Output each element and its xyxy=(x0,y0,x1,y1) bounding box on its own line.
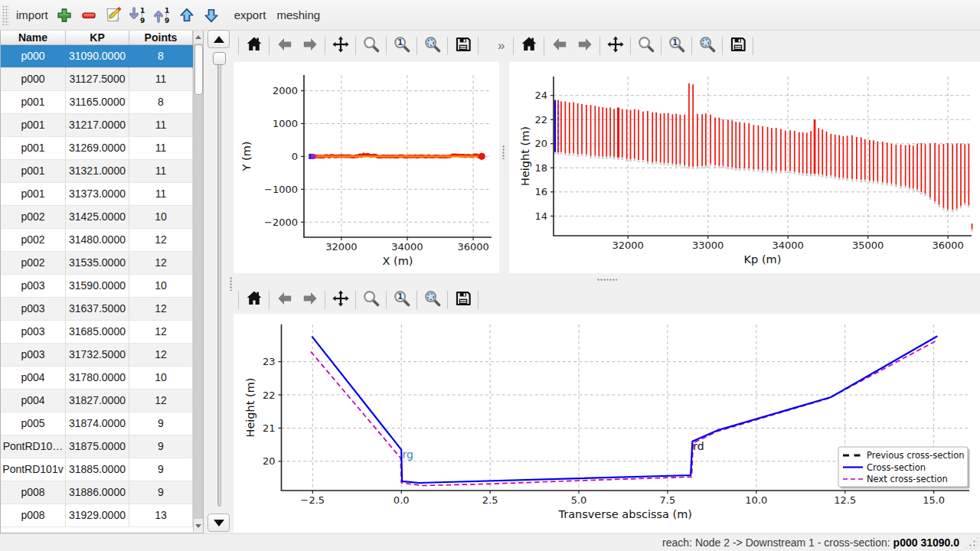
profile-home-button[interactable] xyxy=(516,34,541,58)
plan-pan-button[interactable] xyxy=(328,34,353,58)
table-cell[interactable]: 31827.0000 xyxy=(66,390,129,412)
cross-section-plot-canvas[interactable]: rgrd−2.50.02.55.07.510.012.515.020212223… xyxy=(234,314,980,533)
table-cell[interactable]: 31480.0000 xyxy=(66,229,129,252)
cs-pan-button[interactable] xyxy=(328,288,353,312)
cs-home-button[interactable] xyxy=(241,288,266,312)
table-cell[interactable]: 12 xyxy=(129,229,193,252)
table-scrollbar[interactable] xyxy=(193,31,203,532)
table-cell[interactable]: 31165.0000 xyxy=(66,91,129,114)
table-row[interactable]: p00331637.500012 xyxy=(1,298,203,321)
table-row[interactable]: p00431827.000012 xyxy=(1,390,203,412)
table-cell[interactable]: 11 xyxy=(129,114,193,137)
table-cell[interactable]: 31425.0000 xyxy=(66,206,129,229)
profile-zoom-one-button[interactable]: 1 xyxy=(664,34,689,58)
table-cell[interactable]: 9 xyxy=(129,435,193,458)
table-cell[interactable]: 11 xyxy=(129,160,193,183)
table-row[interactable]: p00131165.00008 xyxy=(1,91,203,114)
cs-back-button[interactable] xyxy=(272,288,297,312)
cs-zoom-rect-button[interactable] xyxy=(420,288,445,312)
table-row[interactable]: p00331732.500012 xyxy=(1,344,203,367)
section-slider-handle[interactable] xyxy=(213,52,226,65)
plan-zoom-one-button[interactable]: 1 xyxy=(389,34,414,58)
table-cell[interactable]: 10 xyxy=(129,367,193,390)
table-row[interactable]: p00831886.00009 xyxy=(1,481,203,504)
sort-ascending-button[interactable]: 19 xyxy=(151,4,174,27)
table-cell[interactable]: 31885.0000 xyxy=(66,458,129,481)
export-button[interactable]: export xyxy=(230,4,270,26)
table-cell[interactable]: 31780.0000 xyxy=(66,367,129,390)
remove-cross-section-button[interactable] xyxy=(77,4,100,27)
table-row[interactable]: p00231425.000010 xyxy=(1,206,203,229)
table-cell[interactable]: p003 xyxy=(1,275,66,298)
table-cell[interactable]: 31590.0000 xyxy=(66,275,129,298)
table-row[interactable]: p00231535.000012 xyxy=(1,252,203,275)
table-row[interactable]: p00131269.000011 xyxy=(1,137,203,160)
table-cell[interactable]: p001 xyxy=(1,114,66,137)
cs-zoom-button[interactable] xyxy=(358,288,384,312)
table-cell[interactable]: 10 xyxy=(129,275,193,298)
table-row[interactable]: p00231480.000012 xyxy=(1,229,203,252)
table-row[interactable]: p00331590.000010 xyxy=(1,275,203,298)
window-size-grip[interactable] xyxy=(965,536,978,549)
add-cross-section-button[interactable] xyxy=(53,4,76,27)
table-cell[interactable]: p008 xyxy=(1,504,66,527)
table-cell[interactable]: p003 xyxy=(1,344,66,367)
table-cell[interactable]: p003 xyxy=(1,298,66,321)
table-cell[interactable]: 9 xyxy=(129,412,193,435)
import-button[interactable]: import xyxy=(12,4,52,26)
column-header-kp[interactable]: KP xyxy=(66,31,129,44)
plan-save-button[interactable] xyxy=(450,34,475,58)
table-row[interactable]: p00031090.00008 xyxy=(1,45,203,68)
next-section-button[interactable] xyxy=(207,514,230,532)
table-cell[interactable]: 31874.0000 xyxy=(66,412,129,435)
scrollbar-track[interactable] xyxy=(194,44,203,519)
toolbar-overflow-button[interactable]: » xyxy=(492,38,511,54)
table-cell[interactable]: 8 xyxy=(129,45,193,68)
sort-descending-button[interactable]: 19 xyxy=(126,4,149,27)
profile-save-button[interactable] xyxy=(725,34,750,58)
table-cell[interactable]: 11 xyxy=(129,137,193,160)
table-cell[interactable]: 31875.0000 xyxy=(66,435,129,458)
table-cell[interactable]: 31217.0000 xyxy=(66,114,129,137)
move-up-button[interactable] xyxy=(175,4,198,27)
table-cell[interactable]: 31269.0000 xyxy=(66,137,129,160)
plots-horizontal-splitter-handle[interactable] xyxy=(597,279,617,282)
profile-zoom-button[interactable] xyxy=(633,34,658,58)
table-cell[interactable]: p001 xyxy=(1,91,66,114)
table-cell[interactable]: 31127.5000 xyxy=(66,68,129,91)
plan-zoom-button[interactable] xyxy=(358,34,384,58)
table-cell[interactable]: p004 xyxy=(1,367,66,390)
section-slider-groove[interactable] xyxy=(217,54,221,507)
table-row[interactable]: PontRD101v31885.00009 xyxy=(1,458,203,481)
table-row[interactable]: p00031127.500011 xyxy=(1,68,203,91)
table-cell[interactable]: 31535.0000 xyxy=(66,252,129,275)
scrollbar-handle[interactable] xyxy=(194,44,203,95)
table-cell[interactable]: 31886.0000 xyxy=(66,481,129,504)
table-cell[interactable]: 11 xyxy=(129,183,193,206)
table-cell[interactable]: 31637.5000 xyxy=(66,298,129,321)
table-cell[interactable]: p002 xyxy=(1,229,66,252)
table-cell[interactable]: 12 xyxy=(129,390,193,412)
table-cell[interactable]: 9 xyxy=(129,481,193,504)
profile-pan-button[interactable] xyxy=(603,34,628,58)
scrollbar-down-button[interactable] xyxy=(194,520,203,532)
table-cell[interactable]: p000 xyxy=(1,68,66,91)
profile-plot-canvas[interactable]: 3200033000340003500036000141618202224Kp … xyxy=(509,62,980,273)
cs-forward-button[interactable] xyxy=(297,288,322,312)
table-cell[interactable]: p001 xyxy=(1,183,66,206)
table-row[interactable]: p00431780.000010 xyxy=(1,367,203,390)
toolbar-grip-handle[interactable] xyxy=(2,5,9,25)
meshing-button[interactable]: meshing xyxy=(273,4,324,26)
table-cell[interactable]: 31321.0000 xyxy=(66,160,129,183)
table-row[interactable]: p00131373.000011 xyxy=(1,183,203,206)
plots-vertical-splitter-handle[interactable] xyxy=(502,145,506,159)
column-header-points[interactable]: Points xyxy=(129,31,193,44)
table-cell[interactable]: 31090.0000 xyxy=(66,45,129,68)
table-cell[interactable]: 9 xyxy=(129,458,193,481)
move-down-button[interactable] xyxy=(200,4,223,27)
table-cell[interactable]: 12 xyxy=(129,252,193,275)
profile-zoom-rect-button[interactable] xyxy=(694,34,720,58)
left-splitter-handle[interactable] xyxy=(230,277,234,291)
table-cell[interactable]: 12 xyxy=(129,298,193,321)
table-cell[interactable]: PontRD10… xyxy=(1,435,66,458)
